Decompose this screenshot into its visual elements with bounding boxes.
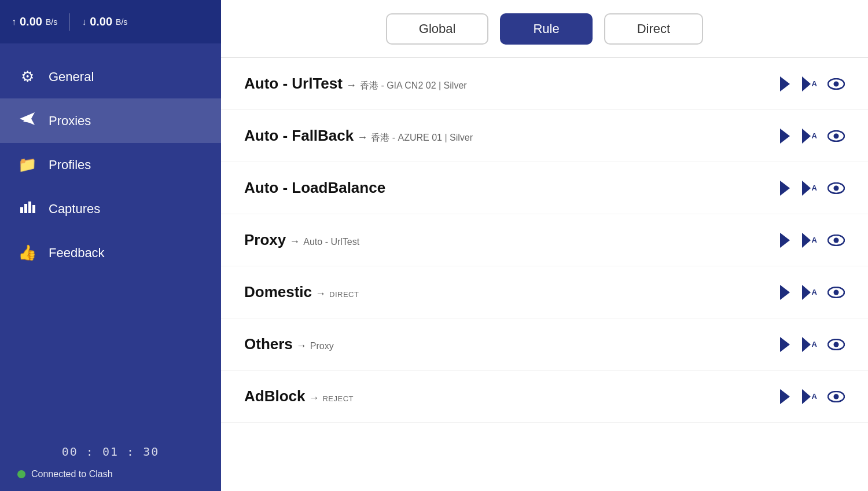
- proxy-arrow-icon: →: [308, 392, 319, 404]
- speed-test-icon[interactable]: [778, 181, 790, 196]
- proxy-arrow-icon: →: [346, 79, 356, 91]
- speed-test-icon[interactable]: [778, 389, 790, 404]
- sidebar-item-captures[interactable]: Captures: [0, 186, 221, 231]
- speed-test-icon[interactable]: [778, 337, 790, 352]
- proxy-arrow-icon: →: [357, 131, 367, 144]
- svg-rect-3: [32, 205, 35, 213]
- download-speed-unit: B/s: [116, 17, 127, 27]
- proxy-actions-domestic: A: [778, 285, 845, 300]
- download-arrow-icon: ↓: [82, 17, 86, 27]
- view-icon[interactable]: [827, 130, 845, 142]
- proxy-subtitle: REJECT: [322, 394, 354, 403]
- svg-marker-24: [780, 337, 790, 352]
- view-icon[interactable]: [827, 391, 845, 402]
- upload-speed-value: 0.00: [20, 15, 42, 28]
- sidebar-footer: 00 : 01 : 30 Connected to Clash: [0, 433, 221, 491]
- sidebar-item-profiles[interactable]: 📁 Profiles: [0, 143, 221, 186]
- proxy-row-proxy[interactable]: Proxy →Auto - UrlTest A: [221, 214, 868, 266]
- speed-divider: [69, 13, 70, 31]
- auto-test-icon[interactable]: A: [800, 389, 817, 404]
- sidebar-item-general[interactable]: ⚙ General: [0, 55, 221, 98]
- proxy-row-adblock[interactable]: AdBlock →REJECT A: [221, 371, 868, 423]
- svg-marker-12: [780, 181, 790, 196]
- view-icon[interactable]: [827, 234, 845, 246]
- proxy-row-auto-loadbalance[interactable]: Auto - LoadBalance A: [221, 162, 868, 214]
- view-icon[interactable]: [827, 339, 845, 350]
- svg-marker-9: [802, 129, 811, 144]
- view-icon[interactable]: [827, 78, 845, 90]
- proxy-arrow-icon: →: [296, 340, 307, 352]
- auto-test-icon[interactable]: A: [800, 285, 817, 300]
- proxy-row-auto-fallback[interactable]: Auto - FallBack →香港 - AZURE 01 | Silver …: [221, 110, 868, 162]
- global-mode-button[interactable]: Global: [386, 13, 489, 45]
- svg-point-31: [834, 394, 839, 399]
- auto-test-icon[interactable]: A: [800, 181, 817, 196]
- proxy-subtitle: 香港 - GIA CN2 02 | Silver: [360, 80, 467, 92]
- proxy-actions-auto-loadbalance: A: [778, 181, 845, 196]
- proxy-subtitle: Auto - UrlTest: [303, 237, 359, 247]
- speed-test-icon[interactable]: [778, 285, 790, 300]
- svg-marker-13: [802, 181, 811, 196]
- svg-marker-4: [780, 76, 790, 91]
- thumbsup-icon: 👍: [17, 244, 37, 262]
- proxy-actions-adblock: A: [778, 389, 845, 404]
- sidebar-label-captures: Captures: [49, 201, 100, 217]
- auto-test-icon[interactable]: A: [800, 233, 817, 248]
- sidebar-item-proxies[interactable]: Proxies: [0, 98, 221, 143]
- sidebar: ↑ 0.00 B/s ↓ 0.00 B/s ⚙ General Proxies: [0, 0, 221, 491]
- auto-test-icon[interactable]: A: [800, 337, 817, 352]
- svg-point-15: [834, 185, 839, 190]
- sidebar-item-feedback[interactable]: 👍 Feedback: [0, 231, 221, 274]
- proxy-subtitle: 香港 - AZURE 01 | Silver: [371, 132, 473, 144]
- proxy-title: Domestic: [244, 283, 312, 301]
- svg-marker-17: [802, 233, 811, 248]
- main-content: Global Rule Direct Auto - UrlTest →香港 - …: [221, 0, 868, 491]
- proxy-row-domestic[interactable]: Domestic →DIRECT A: [221, 266, 868, 318]
- svg-marker-28: [780, 389, 790, 404]
- sidebar-header: ↑ 0.00 B/s ↓ 0.00 B/s: [0, 0, 221, 43]
- proxy-title: Proxy: [244, 231, 286, 249]
- sidebar-nav: ⚙ General Proxies 📁 Profiles: [0, 43, 221, 433]
- download-speed-value: 0.00: [90, 15, 112, 28]
- svg-point-7: [834, 81, 839, 86]
- chart-icon: [17, 199, 37, 218]
- proxy-name-auto-urltest: Auto - UrlTest →香港 - GIA CN2 02 | Silver: [244, 75, 467, 93]
- view-icon[interactable]: [827, 287, 845, 298]
- direct-mode-button[interactable]: Direct: [604, 13, 703, 45]
- svg-point-11: [834, 133, 839, 138]
- svg-marker-5: [802, 76, 811, 91]
- speed-test-icon[interactable]: [778, 76, 790, 91]
- sidebar-label-profiles: Profiles: [49, 157, 91, 173]
- speed-test-icon[interactable]: [778, 129, 790, 144]
- download-speed: ↓ 0.00 B/s: [82, 15, 127, 28]
- upload-speed-unit: B/s: [46, 17, 57, 27]
- mode-selector: Global Rule Direct: [221, 0, 868, 58]
- proxy-name-auto-loadbalance: Auto - LoadBalance: [244, 179, 385, 197]
- auto-test-icon[interactable]: A: [800, 129, 817, 144]
- proxy-title: Auto - LoadBalance: [244, 179, 385, 197]
- svg-rect-0: [20, 207, 23, 213]
- proxy-name-proxy: Proxy →Auto - UrlTest: [244, 231, 359, 249]
- svg-marker-29: [802, 389, 811, 404]
- sidebar-label-feedback: Feedback: [49, 246, 105, 261]
- rule-mode-button[interactable]: Rule: [500, 13, 592, 45]
- connection-status-text: Connected to Clash: [31, 469, 113, 479]
- view-icon[interactable]: [827, 182, 845, 194]
- proxy-title: Others: [244, 335, 293, 353]
- session-timer: 00 : 01 : 30: [17, 445, 204, 459]
- proxy-row-auto-urltest[interactable]: Auto - UrlTest →香港 - GIA CN2 02 | Silver…: [221, 58, 868, 110]
- auto-test-icon[interactable]: A: [800, 76, 817, 91]
- svg-point-19: [834, 237, 839, 243]
- folder-icon: 📁: [17, 156, 37, 174]
- speed-test-icon[interactable]: [778, 233, 790, 248]
- svg-marker-20: [780, 285, 790, 300]
- connection-dot-icon: [17, 470, 25, 478]
- proxy-name-adblock: AdBlock →REJECT: [244, 387, 354, 405]
- proxy-name-others: Others →Proxy: [244, 335, 334, 353]
- svg-point-23: [834, 290, 839, 295]
- gear-icon: ⚙: [17, 68, 37, 86]
- proxy-row-others[interactable]: Others →Proxy A: [221, 318, 868, 371]
- proxy-list: Auto - UrlTest →香港 - GIA CN2 02 | Silver…: [221, 58, 868, 491]
- sidebar-label-proxies: Proxies: [49, 113, 91, 129]
- plane-icon: [17, 111, 37, 130]
